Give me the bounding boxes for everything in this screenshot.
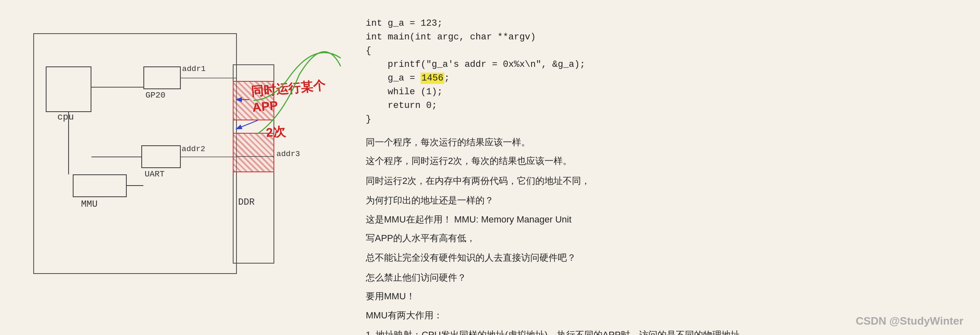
watermark: CSDN @StudyWinter [856,315,963,328]
twice-annotation: 2次 [265,123,286,142]
addr3-label: addr3 [276,149,300,159]
code-line-6: while (1); [366,85,955,99]
main-container: cpu MMU GP20 addr1 UART addr2 DDR addr3 … [0,0,980,335]
diagram-area: cpu MMU GP20 addr1 UART addr2 DDR addr3 … [0,0,341,335]
code-line-3: { [366,44,955,58]
code-block: int g_a = 123; int main(int argc, char *… [366,17,955,126]
code-line-7: return 0; [366,99,955,112]
addr2-label: addr2 [182,144,205,154]
cpu-box [46,66,91,112]
para-1: 同一个程序，每次运行的结果应该一样。 [366,134,955,150]
mmu-box [73,174,127,197]
para-7: 总不能让完全没有硬件知识的人去直接访问硬件吧？ [366,250,955,265]
mmu-label: MMU [81,199,98,210]
code-line-2: int main(int argc, char **argv) [366,30,955,44]
para-4: 为何打印出的地址还是一样的？ [366,193,955,208]
code-line-8: } [366,112,955,126]
gpio-label: GP20 [145,90,165,100]
para-11: 1. 地址映射：CPU发出同样的地址(虚拟地址)，执行不同的APP时，访问的是不… [366,327,955,335]
text-area: int g_a = 123; int main(int argc, char *… [341,0,980,335]
gpio-box [143,66,181,89]
para-2: 这个程序，同时运行2次，每次的结果也应该一样。 [366,153,955,169]
uart-box [141,145,181,168]
uart-label: UART [145,169,165,179]
highlight-1456: 1456 [421,73,444,84]
para-3: 同时运行2次，在内存中有两份代码，它们的地址不同， [366,173,955,188]
ddr-label: DDR [238,197,255,208]
para-9: 要用MMU！ [366,289,955,304]
code-line-1: int g_a = 123; [366,17,955,30]
para-8: 怎么禁止他们访问硬件？ [366,270,955,285]
code-line-5: g_a = 1456; [366,71,955,85]
para-6: 写APP的人水平有高有低， [366,230,955,246]
code-line-4: printf("g_a's addr = 0x%x\n", &g_a); [366,58,955,71]
cpu-label: cpu [57,112,74,122]
addr1-label: addr1 [182,64,206,73]
para-5: 这是MMU在起作用！ MMU: Memory Manager Unit [366,212,955,227]
